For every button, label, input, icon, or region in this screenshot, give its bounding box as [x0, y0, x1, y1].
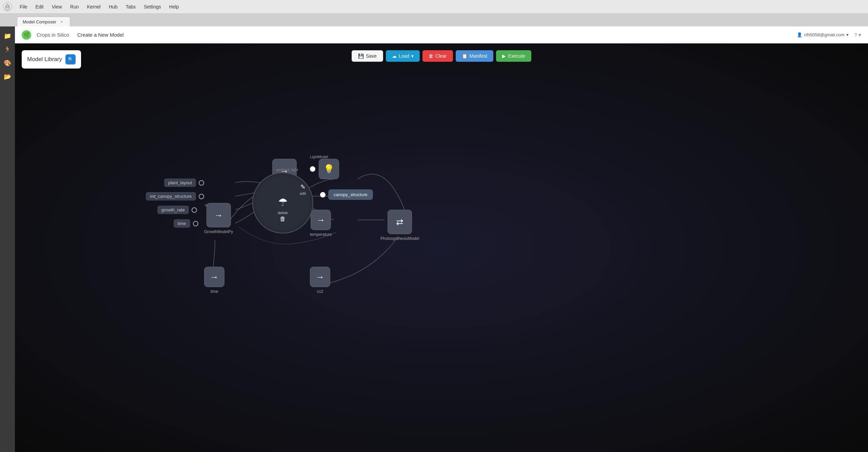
tab-bar: Model Composer ×	[0, 14, 868, 26]
growth-rate-port	[192, 207, 197, 213]
execute-button[interactable]: ▶ Execute	[496, 50, 531, 62]
time-port	[193, 221, 198, 226]
context-delete-text: delete	[278, 211, 288, 215]
nav-user[interactable]: 👤 cfh5058@gmail.com ▾	[797, 32, 849, 37]
sidebar-icon-palette[interactable]: 🎨	[2, 58, 13, 69]
menu-edit[interactable]: Edit	[32, 3, 47, 11]
time-input-label: time	[211, 289, 218, 294]
model-composer-tab[interactable]: Model Composer ×	[17, 17, 70, 26]
sidebar-icon-run[interactable]: 🏃	[2, 44, 13, 55]
in-label: in	[205, 203, 208, 207]
model-library-search-button[interactable]: 🔍	[65, 54, 76, 64]
canvas-area[interactable]: Model Library 🔍 💾 Save ☁ Load ▾ 🗑 Clear …	[15, 43, 868, 452]
load-button[interactable]: ☁ Load ▾	[386, 50, 420, 62]
light-model-row: 💡	[310, 159, 339, 179]
manifest-icon: 📋	[462, 53, 468, 59]
menu-settings[interactable]: Settings	[140, 3, 164, 11]
light-model-node[interactable]: 💡	[319, 159, 339, 179]
menu-run[interactable]: Run	[67, 3, 82, 11]
nav-create-link[interactable]: Create a New Model	[77, 32, 124, 38]
port-init-canopy: init_canopy_structure	[146, 192, 204, 201]
growth-rate-label: growth_rate	[157, 206, 189, 214]
growth-model-box: →	[206, 203, 231, 227]
temperature-box: →	[311, 210, 331, 230]
load-dropdown-icon: ▾	[411, 53, 414, 59]
help-dropdown-icon: ▾	[859, 32, 861, 38]
plant-layout-label: plant_layout	[164, 178, 196, 187]
time-input-box: →	[204, 267, 224, 287]
menu-view[interactable]: View	[48, 3, 65, 11]
menu-bar: File Edit View Run Kernel Hub Tabs Setti…	[0, 0, 868, 14]
growth-model-label: GrowthModelPy	[204, 229, 233, 234]
canopy-structure-label: canopy_structure	[328, 189, 373, 200]
co2-node[interactable]: → co2	[310, 267, 330, 294]
app-logo	[3, 2, 12, 12]
clear-label: Clear	[435, 53, 447, 59]
context-umbrella-icon: ☂	[278, 196, 288, 209]
canopy-structure-output: canopy_structure	[320, 189, 373, 200]
temperature-node[interactable]: → temperature	[310, 210, 332, 237]
manifest-button[interactable]: 📋 Manifest	[456, 50, 494, 62]
canvas-background	[15, 43, 868, 452]
init-canopy-port	[199, 194, 204, 199]
load-label: Load	[399, 53, 409, 59]
context-trash-icon: 🗑	[280, 215, 286, 223]
execute-icon: ▶	[502, 53, 506, 59]
nav-brand-link[interactable]: Crops in Silico	[37, 32, 69, 38]
app-area: 🌿 Crops in Silico Create a New Model 👤 c…	[15, 26, 868, 452]
menu-help[interactable]: Help	[166, 3, 182, 11]
temperature-label: temperature	[310, 232, 332, 237]
menu-kernel[interactable]: Kernel	[83, 3, 104, 11]
clear-button[interactable]: 🗑 Clear	[422, 50, 453, 62]
user-icon: 👤	[797, 32, 802, 37]
model-library-title: Model Library	[27, 56, 62, 63]
save-icon: 💾	[358, 53, 364, 59]
context-center: ☂	[278, 196, 288, 210]
context-delete-button[interactable]: delete 🗑	[278, 211, 288, 223]
clear-icon: 🗑	[429, 53, 433, 59]
context-edit-text: edit	[300, 191, 306, 195]
growth-model-node[interactable]: → GrowthModelPy	[204, 203, 233, 234]
time-label: time	[174, 219, 190, 228]
sidebar-icon-folder[interactable]: 📁	[2, 31, 13, 41]
toolbar: 💾 Save ☁ Load ▾ 🗑 Clear 📋 Manifest ▶ Exe…	[352, 50, 531, 62]
init-canopy-label: init_canopy_structure	[146, 192, 196, 201]
tab-title: Model Composer	[23, 19, 56, 24]
left-sidebar: 📁 🏃 🎨 📂	[0, 26, 15, 452]
port-growth-rate: growth_rate	[157, 206, 197, 214]
co2-label: co2	[317, 289, 323, 294]
co2-box: →	[310, 267, 330, 287]
sidebar-icon-files[interactable]: 📂	[2, 71, 13, 82]
menu-hub[interactable]: Hub	[105, 3, 121, 11]
nav-help-button[interactable]: ? ▾	[854, 32, 861, 38]
model-library-panel: Model Library 🔍	[22, 50, 81, 69]
canopy-structure-port	[320, 192, 326, 197]
light-model-sublabel: LightModel	[310, 155, 328, 159]
menu-items: File Edit View Run Kernel Hub Tabs Setti…	[16, 3, 182, 11]
tab-close-button[interactable]: ×	[59, 19, 64, 24]
port-time: time	[174, 219, 198, 228]
save-label: Save	[366, 53, 377, 59]
photosynthesis-label: PhotosynthesisModel	[380, 236, 419, 241]
user-dropdown-icon: ▾	[846, 32, 849, 37]
menu-file[interactable]: File	[16, 3, 31, 11]
plant-layout-port	[199, 180, 204, 186]
context-edit-button[interactable]: ✎ edit	[300, 183, 306, 195]
manifest-label: Manifest	[470, 53, 488, 59]
app-nav: 🌿 Crops in Silico Create a New Model 👤 c…	[15, 26, 868, 43]
load-icon: ☁	[392, 53, 397, 59]
menu-tabs[interactable]: Tabs	[122, 3, 139, 11]
context-edit-icon: ✎	[300, 183, 305, 191]
execute-label: Execute	[508, 53, 525, 59]
ambient-light-label: ambient_light	[276, 168, 298, 172]
save-button[interactable]: 💾 Save	[352, 50, 383, 62]
port-plant-layout: plant_layout	[164, 178, 204, 187]
svg-point-0	[3, 2, 12, 11]
photosynthesis-box: ⇄	[388, 210, 412, 234]
user-email: cfh5058@gmail.com	[804, 32, 845, 37]
photosynthesis-node[interactable]: ⇄ PhotosynthesisModel	[380, 210, 419, 241]
light-model-wrapper: LightModel 💡	[310, 159, 339, 179]
context-menu: ☂ ✎ edit delete 🗑	[252, 172, 313, 233]
time-input-node[interactable]: → time	[204, 267, 224, 294]
light-output-port	[310, 166, 315, 172]
